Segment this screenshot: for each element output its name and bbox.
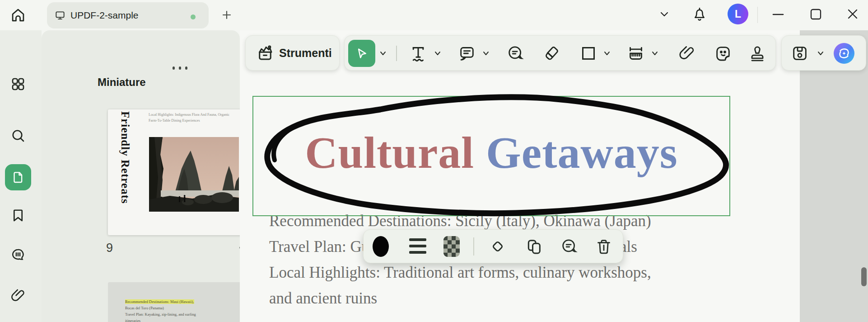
thumbnail-page-10[interactable]: Recommended Destinations: Maui (Hawaii),… <box>108 282 256 322</box>
doc-text-line-3: Local Highlights: Traditional art forms,… <box>269 264 651 282</box>
left-sidebar-rail <box>0 30 42 322</box>
maximize-icon[interactable] <box>810 8 822 20</box>
unsaved-dot <box>191 14 196 19</box>
home-icon <box>8 5 28 25</box>
tab-list-chevron-icon[interactable] <box>659 11 669 18</box>
viewport-gutter <box>800 30 868 322</box>
delete-trash-icon[interactable] <box>595 237 613 256</box>
thumb10-text: Recommended Destinations: Maui (Hawaii),… <box>125 298 247 322</box>
color-swatch-black[interactable] <box>373 236 389 257</box>
vertical-scrollbar-thumb[interactable] <box>861 267 867 286</box>
stamp-tool-icon[interactable] <box>748 44 766 62</box>
apps-grid-icon[interactable] <box>10 76 26 92</box>
hand-drawn-ellipse-annotation[interactable] <box>249 94 735 222</box>
cursor-arrow-icon <box>355 47 369 60</box>
monitor-icon <box>54 9 66 21</box>
titlebar-divider <box>757 7 758 23</box>
attachments-paperclip-icon[interactable] <box>10 288 26 304</box>
annotation-toolbar-main <box>344 35 776 71</box>
opacity-checkerboard-button[interactable] <box>443 236 460 257</box>
bookmarks-icon[interactable] <box>10 207 26 223</box>
round-comment-tool-icon[interactable] <box>506 44 524 62</box>
eraser-icon[interactable] <box>489 237 507 256</box>
duplicate-icon[interactable] <box>525 237 543 256</box>
close-icon[interactable] <box>847 8 859 20</box>
title-bar: UPDF-2-sample L <box>0 0 868 30</box>
toolbar-divider <box>396 46 397 61</box>
shape-tool-chevron-icon[interactable] <box>603 50 611 57</box>
avatar-initial: L <box>735 8 741 20</box>
save-chevron-icon[interactable] <box>817 50 825 57</box>
cursor-tool-selected[interactable] <box>348 40 375 67</box>
note-tool-chevron-icon[interactable] <box>482 50 490 57</box>
document-tab[interactable]: UPDF-2-sample <box>47 2 209 28</box>
ai-assistant-button[interactable] <box>834 43 854 64</box>
tools-menu-button[interactable]: Strumenti <box>245 35 340 71</box>
sidebar-item-thumbnails-active[interactable] <box>5 164 31 190</box>
user-avatar[interactable]: L <box>728 4 748 24</box>
annotation-toolbar-divider <box>473 237 474 256</box>
save-tool-icon[interactable] <box>791 44 809 62</box>
text-tool-chevron-icon[interactable] <box>434 50 442 57</box>
page-thumbnails-icon <box>11 170 25 184</box>
line-thickness-button[interactable] <box>409 238 426 257</box>
comments-icon[interactable] <box>10 247 26 263</box>
thumb9-vertical-title: Friendly Retreats <box>119 111 131 215</box>
comment-icon[interactable] <box>560 237 578 256</box>
highlighter-tool-icon[interactable] <box>542 44 560 62</box>
cursor-tool-chevron-icon[interactable] <box>379 50 387 57</box>
new-tab-plus-icon[interactable] <box>221 9 232 20</box>
text-tool-icon[interactable] <box>409 44 427 62</box>
thumb9-photo-sea-stacks <box>149 137 239 212</box>
updf-app-window: { "window": { "tab_label": "UPDF-2-sampl… <box>0 0 868 322</box>
ai-assistant-icon <box>836 46 852 61</box>
measure-ruler-tool-icon[interactable] <box>627 44 645 62</box>
tab-label: UPDF-2-sample <box>70 10 139 21</box>
panel-drag-handle[interactable] <box>173 66 187 70</box>
ruler-tool-chevron-icon[interactable] <box>651 50 659 57</box>
doc-text-line-2-prefix: Travel Plan: Gu <box>269 238 369 256</box>
save-and-ai-toolbar <box>781 35 866 71</box>
doc-text-line-4: and ancient ruins <box>269 289 377 308</box>
notifications-bell-icon[interactable] <box>691 6 708 23</box>
panel-title: Miniature <box>98 76 146 89</box>
highlighted-text: Recommended Destinations: Maui (Hawaii), <box>125 299 194 304</box>
search-icon[interactable] <box>10 128 26 144</box>
toolbox-icon <box>256 43 275 62</box>
note-tool-icon[interactable] <box>458 44 476 62</box>
sticker-tool-icon[interactable] <box>714 44 732 62</box>
tools-label: Strumenti <box>279 47 332 60</box>
home-button[interactable] <box>8 5 28 25</box>
annotation-property-toolbar <box>363 229 623 263</box>
attachment-tool-icon[interactable] <box>678 44 696 62</box>
thumbnails-panel: Miniature Friendly Retreats Local Highli… <box>42 30 240 322</box>
thumb9-caption: Local Highlights: Indigenous Flora And F… <box>149 112 246 123</box>
page-number: 9 <box>106 241 113 255</box>
thumbnail-page-9[interactable]: Friendly Retreats Local Highlights: Indi… <box>108 109 256 235</box>
minimize-icon[interactable] <box>772 14 784 15</box>
shape-square-tool-icon[interactable] <box>579 44 597 62</box>
